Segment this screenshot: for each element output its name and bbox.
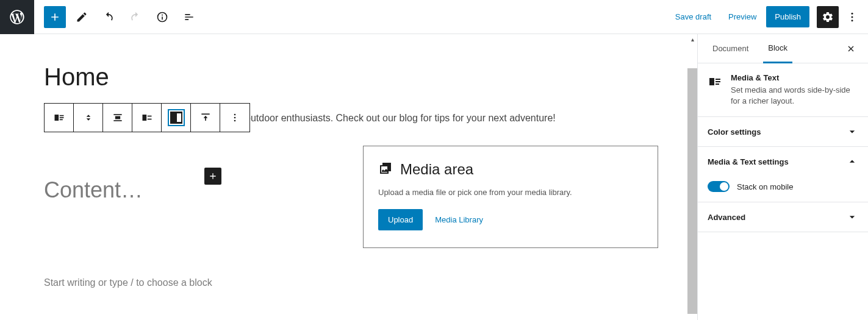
svg-rect-19 bbox=[716, 81, 720, 82]
panel-color-title: Color settings bbox=[708, 127, 761, 137]
content-placeholder[interactable]: Content… bbox=[44, 177, 360, 203]
svg-rect-4 bbox=[59, 115, 63, 116]
stack-on-mobile-label: Stack on mobile bbox=[737, 182, 794, 191]
sidebar-block-title: Media & Text bbox=[731, 73, 858, 82]
settings-sidebar: Document Block Media & Text Set media an… bbox=[697, 34, 868, 320]
media-right-button[interactable] bbox=[162, 104, 191, 132]
publish-button[interactable]: Publish bbox=[766, 6, 809, 27]
svg-rect-7 bbox=[113, 114, 121, 115]
redo-button[interactable] bbox=[124, 6, 146, 28]
scroll-thumb[interactable] bbox=[687, 68, 697, 314]
panel-media-text-settings[interactable]: Media & Text settings bbox=[698, 147, 868, 176]
add-block-button[interactable] bbox=[44, 6, 66, 28]
block-toolbar bbox=[44, 103, 250, 132]
svg-rect-10 bbox=[142, 115, 146, 121]
edit-tool-button[interactable] bbox=[71, 6, 93, 28]
media-area-icon bbox=[378, 162, 393, 177]
svg-rect-17 bbox=[709, 78, 714, 85]
align-button[interactable] bbox=[103, 104, 132, 132]
svg-rect-9 bbox=[113, 120, 121, 121]
stack-on-mobile-toggle[interactable] bbox=[708, 181, 730, 192]
wordpress-logo[interactable] bbox=[0, 0, 34, 34]
tab-block[interactable]: Block bbox=[763, 34, 792, 63]
add-inline-button[interactable] bbox=[204, 168, 221, 185]
svg-rect-12 bbox=[147, 119, 151, 120]
panel-advanced-title: Advanced bbox=[708, 213, 745, 222]
media-area-title: Media area bbox=[400, 161, 473, 178]
svg-point-15 bbox=[234, 117, 236, 119]
default-block-prompt[interactable]: Start writing or type / to choose a bloc… bbox=[44, 277, 658, 288]
tab-document[interactable]: Document bbox=[708, 34, 753, 63]
svg-rect-20 bbox=[716, 84, 719, 85]
vertical-align-button[interactable] bbox=[191, 104, 220, 132]
block-more-button[interactable] bbox=[220, 104, 249, 132]
svg-rect-3 bbox=[54, 115, 59, 121]
scroll-up-arrow[interactable]: ▴ bbox=[687, 34, 697, 44]
sidebar-block-description: Set media and words side-by-side for a r… bbox=[731, 85, 858, 107]
svg-rect-8 bbox=[115, 116, 120, 119]
svg-rect-18 bbox=[716, 79, 720, 80]
media-text-block-icon bbox=[708, 74, 722, 89]
svg-point-16 bbox=[234, 120, 236, 122]
svg-rect-11 bbox=[147, 116, 151, 117]
preview-button[interactable]: Preview bbox=[721, 7, 764, 26]
svg-rect-13 bbox=[201, 113, 209, 115]
media-left-button[interactable] bbox=[132, 104, 162, 132]
outline-button[interactable] bbox=[178, 6, 200, 28]
upload-button[interactable]: Upload bbox=[378, 209, 423, 230]
move-handle[interactable] bbox=[74, 104, 103, 132]
media-area-description: Upload a media file or pick one from you… bbox=[378, 188, 643, 197]
block-type-button[interactable] bbox=[45, 104, 74, 132]
svg-point-2 bbox=[852, 20, 853, 21]
panel-advanced[interactable]: Advanced bbox=[698, 202, 868, 232]
scrollbar[interactable]: ▴ bbox=[687, 34, 697, 320]
panel-color-settings[interactable]: Color settings bbox=[698, 117, 868, 147]
top-toolbar: Save draft Preview Publish bbox=[0, 0, 868, 34]
chevron-down-icon bbox=[846, 211, 858, 223]
settings-button[interactable] bbox=[817, 6, 839, 28]
media-area-panel: Media area Upload a media file or pick o… bbox=[363, 146, 658, 248]
svg-point-0 bbox=[852, 12, 853, 14]
chevron-down-icon bbox=[846, 126, 858, 138]
svg-rect-6 bbox=[59, 119, 62, 121]
page-title[interactable]: Home bbox=[44, 63, 658, 91]
more-options-button[interactable] bbox=[841, 6, 863, 28]
chevron-up-icon bbox=[846, 155, 858, 168]
media-text-block: Content… Media area Upload a media file … bbox=[44, 146, 658, 248]
save-draft-button[interactable]: Save draft bbox=[668, 7, 719, 26]
svg-point-1 bbox=[852, 16, 853, 18]
svg-point-14 bbox=[234, 114, 236, 116]
undo-button[interactable] bbox=[98, 6, 120, 28]
info-button[interactable] bbox=[151, 6, 173, 28]
svg-rect-5 bbox=[59, 117, 63, 118]
close-sidebar-button[interactable] bbox=[844, 41, 858, 56]
media-library-link[interactable]: Media Library bbox=[435, 215, 483, 224]
panel-mt-title: Media & Text settings bbox=[708, 157, 789, 166]
